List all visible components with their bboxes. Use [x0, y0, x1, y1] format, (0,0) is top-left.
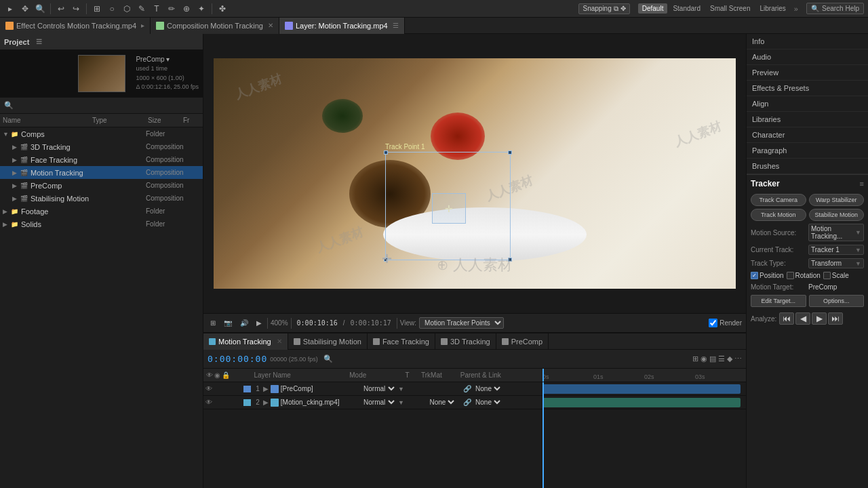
tab-effect-controls[interactable]: Effect Controls Motion Tracking.mp4 ▸	[0, 18, 151, 34]
layer2-expand[interactable]: ▶	[263, 399, 269, 406]
layer2-vis[interactable]: 👁	[203, 399, 214, 406]
stabilize-motion-btn[interactable]: Stabilize Motion	[809, 209, 865, 221]
undo-icon[interactable]: ↩	[55, 3, 67, 15]
comps-expand-arrow[interactable]: ▼	[3, 131, 9, 138]
snapping-button[interactable]: Snapping ⧉ ✥	[578, 3, 629, 14]
options-btn[interactable]: Options...	[809, 295, 865, 307]
track-bar-1[interactable]	[542, 384, 741, 394]
anchor-icon[interactable]: ✤	[216, 3, 229, 15]
viewer-audio-icon[interactable]: 🔊	[237, 319, 251, 327]
scale-checkbox[interactable]	[823, 272, 831, 279]
project-menu-icon[interactable]: ☰	[36, 38, 42, 45]
grid-icon[interactable]: ⊞	[91, 3, 103, 15]
tl-tab-precomp[interactable]: PreComp	[496, 333, 549, 350]
view-mode-select[interactable]: Motion Tracker Points	[419, 317, 504, 329]
precomp-arrow[interactable]: ▶	[12, 182, 19, 189]
tab-composition[interactable]: Composition Motion Tracking ✕	[151, 18, 279, 34]
analyze-forward-all[interactable]: ⏭	[828, 312, 843, 325]
motion-source-value[interactable]: Motion Tracking... ▼	[808, 224, 864, 241]
face-arrow[interactable]: ▶	[12, 157, 19, 163]
brush-icon[interactable]: ✏	[165, 3, 178, 15]
layer1-expand[interactable]: ▶	[263, 385, 269, 392]
warp-stabilizer-btn[interactable]: Warp Stabilizer	[809, 194, 865, 206]
timecode-current[interactable]: 0:00:10:16	[294, 319, 340, 327]
tl-solo-icon[interactable]: ◉	[701, 354, 707, 363]
right-preview[interactable]: Preview	[747, 65, 868, 81]
layer1-vis[interactable]: 👁	[203, 385, 214, 392]
tree-comps-folder[interactable]: ▼ 📁 Comps Folder	[0, 127, 203, 140]
tab-close-effect[interactable]: ▸	[141, 22, 144, 29]
viewer-cam-icon[interactable]: 📷	[221, 319, 235, 327]
viewer-info-icon[interactable]: ⊞	[208, 319, 218, 327]
analyze-back-all[interactable]: ⏮	[779, 312, 794, 325]
right-character[interactable]: Character	[747, 127, 868, 143]
right-audio[interactable]: Audio	[747, 49, 868, 65]
analyze-forward-one[interactable]: ▶	[812, 312, 827, 325]
tree-motion-tracking[interactable]: ▶ 🎬 Motion Tracking Composition	[0, 166, 203, 179]
tree-precomp[interactable]: ▶ 🎬 PreComp Composition	[0, 179, 203, 192]
tl-playhead-ruler[interactable]	[542, 369, 544, 382]
right-effects-presets[interactable]: Effects & Presets	[747, 81, 868, 96]
layer1-parent-select[interactable]: None	[473, 384, 502, 393]
zoom-icon[interactable]: 🔍	[34, 3, 46, 15]
solids-expand-arrow[interactable]: ▶	[3, 221, 9, 228]
tl-keyframe-icon[interactable]: ◆	[727, 354, 732, 363]
tab-options-icon[interactable]: ☰	[393, 22, 399, 29]
tree-face-tracking[interactable]: ▶ 🎬 Face Tracking Composition	[0, 153, 203, 166]
project-search-input[interactable]	[16, 102, 199, 110]
layer2-mode-select[interactable]: Normal	[361, 398, 397, 407]
tab-layer[interactable]: Layer: Motion Tracking.mp4 ☰	[279, 18, 405, 34]
tab-close-comp[interactable]: ✕	[268, 22, 273, 29]
layer2-trkmat-select[interactable]: None	[427, 398, 456, 407]
puppet-icon[interactable]: ✦	[195, 3, 208, 15]
workspace-libraries[interactable]: Libraries	[755, 3, 789, 14]
select-icon[interactable]: ▸	[4, 3, 16, 15]
workspace-small-screen[interactable]: Small Screen	[706, 3, 754, 14]
tree-footage-folder[interactable]: ▶ 📁 Footage Folder	[0, 205, 203, 218]
hand-icon[interactable]: ✥	[19, 3, 31, 15]
tree-stabilising[interactable]: ▶ 🎬 Stabilising Motion Composition	[0, 192, 203, 205]
stab-arrow[interactable]: ▶	[12, 195, 19, 202]
right-libraries[interactable]: Libraries	[747, 112, 868, 127]
tl-graph-icon[interactable]: ⋯	[734, 354, 742, 363]
layer1-mode-select[interactable]: Normal	[361, 384, 397, 393]
clone-icon[interactable]: ⊕	[180, 3, 193, 15]
search-help-area[interactable]: 🔍 Search Help	[806, 3, 864, 14]
workspace-default[interactable]: Default	[638, 3, 668, 14]
track-motion-btn[interactable]: Track Motion	[751, 209, 806, 221]
poly-icon[interactable]: ⬡	[121, 3, 133, 15]
rotation-checkbox[interactable]	[787, 272, 794, 279]
type-icon[interactable]: T	[151, 3, 163, 15]
tl-tab-stabilising[interactable]: Stabilising Motion	[288, 333, 368, 350]
track-camera-btn[interactable]: Track Camera	[751, 194, 806, 206]
tl-layer-icon[interactable]: ▤	[709, 354, 716, 363]
viewer-preview-icon[interactable]: ▶	[254, 319, 264, 327]
right-align[interactable]: Align	[747, 96, 868, 112]
tl-tab-motion-tracking[interactable]: Motion Tracking ✕	[203, 333, 288, 350]
circle-icon[interactable]: ○	[106, 3, 118, 15]
layer2-parent-select[interactable]: None	[473, 398, 502, 407]
tracker-menu-icon[interactable]: ≡	[860, 180, 864, 188]
right-paragraph[interactable]: Paragraph	[747, 143, 868, 159]
motion-arrow[interactable]: ▶	[12, 169, 19, 176]
tl-tab-face[interactable]: Face Tracking	[368, 333, 435, 350]
tl-tab-close-motion[interactable]: ✕	[277, 338, 282, 345]
render-checkbox[interactable]	[709, 319, 717, 327]
current-track-value[interactable]: Tracker 1 ▼	[808, 245, 864, 255]
workspace-more-icon[interactable]: »	[794, 5, 798, 13]
tl-new-comp-icon[interactable]: ⊞	[692, 354, 698, 363]
3d-arrow[interactable]: ▶	[12, 144, 19, 150]
tl-timecode[interactable]: 0:00:00:00	[208, 354, 267, 364]
tl-effects-icon[interactable]: ☰	[718, 354, 725, 363]
tree-3d-tracking[interactable]: ▶ 🎬 3D Tracking Composition	[0, 140, 203, 153]
tl-tab-3d[interactable]: 3D Tracking	[435, 333, 496, 350]
tl-playhead-tracks[interactable]	[542, 382, 544, 488]
position-checkbox[interactable]: ✓	[751, 272, 758, 279]
pen-icon[interactable]: ✎	[136, 3, 148, 15]
tl-search-icon[interactable]: 🔍	[323, 354, 333, 363]
tree-solids-folder[interactable]: ▶ 📁 Solids Folder	[0, 218, 203, 230]
track-type-value[interactable]: Transform ▼	[808, 258, 864, 268]
right-info[interactable]: Info	[747, 34, 868, 49]
footage-expand-arrow[interactable]: ▶	[3, 208, 9, 215]
workspace-standard[interactable]: Standard	[669, 3, 705, 14]
